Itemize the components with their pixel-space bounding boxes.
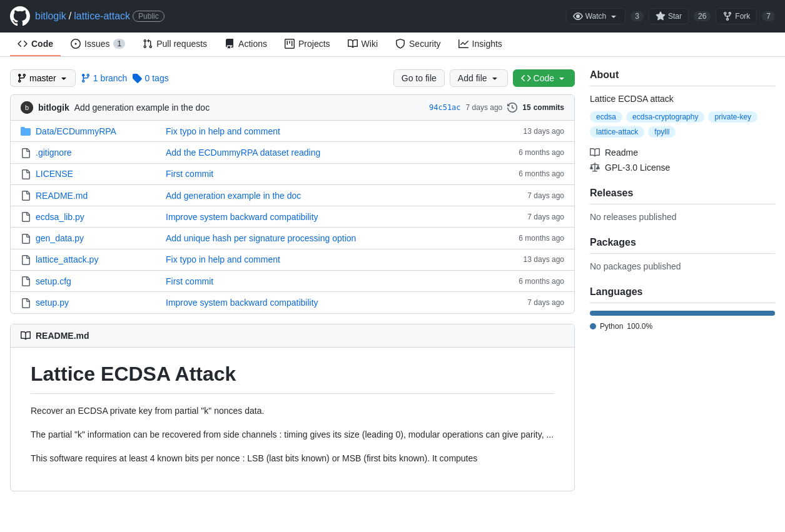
watch-label: Watch [585,12,607,21]
tag-ecdsa-crypto[interactable]: ecdsa-cryptography [626,111,704,123]
languages-title: Languages [590,286,775,303]
file-commit-link[interactable]: First commit [166,276,213,286]
nav-code[interactable]: Code [10,33,61,56]
nav-projects[interactable]: Projects [277,33,338,56]
insights-nav-icon [458,39,468,49]
file-commit-link[interactable]: First commit [166,169,213,179]
commit-message[interactable]: Add generation example in the doc [74,103,210,113]
file-commit: Fix typo in help and comment [166,254,519,264]
chevron-down-icon [609,11,619,21]
readme-p3: This software requires at least 4 known … [31,451,554,465]
table-row: lattice_attack.py Fix typo in help and c… [11,249,574,271]
go-to-file-button[interactable]: Go to file [393,69,445,87]
nav-pr-label: Pull requests [156,39,207,49]
table-row: setup.cfg First commit 6 months ago [11,271,574,292]
python-dot [590,323,596,329]
sidebar: About Lattice ECDSA attack ecdsa ecdsa-c… [590,69,775,491]
file-commit: Fix typo in help and comment [166,126,519,136]
file-name-link[interactable]: README.md [36,191,161,201]
file-commit-link[interactable]: Add generation example in the doc [166,191,301,201]
tag-lattice-attack[interactable]: lattice-attack [590,126,644,138]
star-label: Star [668,12,682,21]
file-commit-link[interactable]: Fix typo in help and comment [166,254,280,264]
nav-projects-label: Projects [298,39,330,49]
add-file-button[interactable]: Add file [450,69,508,87]
commits-label: commits [534,103,564,112]
tag-count-link[interactable]: 0 tags [132,73,168,83]
file-commit-link[interactable]: Improve system backward compatibility [166,298,318,308]
avatar-img: b [21,101,33,114]
nav-insights-label: Insights [472,39,502,49]
no-releases: No releases published [590,212,775,222]
file-commit-link[interactable]: Add the ECDummyRPA dataset reading [166,148,320,158]
file-commit: Improve system backward compatibility [166,212,522,222]
nav-actions-label: Actions [238,39,267,49]
commits-link[interactable]: 15 commits [522,103,564,112]
repo-owner-link[interactable]: bitlogik [35,11,66,22]
readme-p1: Recover an ECDSA private key from partia… [31,404,554,418]
fork-icon [722,11,732,21]
law-icon [590,163,600,173]
tag-label: tags [152,73,168,83]
nav-insights[interactable]: Insights [451,33,510,56]
table-row: LICENSE First commit 6 months ago [11,164,574,185]
nav-code-label: Code [31,39,53,49]
branch-selector[interactable]: master [10,69,76,87]
tag-ecdsa[interactable]: ecdsa [590,111,622,123]
file-name-link[interactable]: .gitignore [36,148,161,158]
license-link[interactable]: GPL-3.0 License [590,163,775,173]
file-commit-link[interactable]: Add unique hash per signature processing… [166,233,356,243]
file-date: 6 months ago [519,148,564,157]
star-button[interactable]: Star [649,8,689,24]
star-icon [656,11,666,21]
no-packages: No packages published [590,261,775,271]
readme-sidebar-link[interactable]: Readme [590,148,775,158]
file-name-link[interactable]: Data/ECDummyRPA [36,126,161,136]
file-commit: First commit [166,276,514,286]
file-name-link[interactable]: ecdsa_lib.py [36,212,161,222]
table-row: setup.py Improve system backward compati… [11,292,574,313]
branch-count-link[interactable]: 1 branch [81,73,128,83]
code-button[interactable]: Code [513,69,575,87]
file-name-link[interactable]: gen_data.py [36,233,161,243]
tag-private-key[interactable]: private-key [708,111,757,123]
top-bar: bitlogik / lattice-attack Public Watch 3… [0,0,785,33]
nav-pull-requests[interactable]: Pull requests [135,33,215,56]
nav-issues[interactable]: Issues 1 [63,33,133,56]
fork-button[interactable]: Fork [716,8,757,24]
readme-section: README.md Lattice ECDSA Attack Recover a… [10,324,575,491]
file-name-link[interactable]: setup.cfg [36,276,161,286]
history-icon [507,103,517,113]
wiki-nav-icon [348,39,358,49]
table-row: Data/ECDummyRPA Fix typo in help and com… [11,121,574,142]
about-description: Lattice ECDSA attack [590,94,775,104]
file-name-link[interactable]: lattice_attack.py [36,254,161,264]
avatar: b [21,101,33,114]
branch-count: 1 [93,73,98,83]
file-commit-link[interactable]: Fix typo in help and comment [166,126,280,136]
commit-row-left: b bitlogik Add generation example in the… [21,101,210,114]
issues-count: 1 [113,39,125,49]
watch-button[interactable]: Watch [566,8,626,24]
repo-name-link[interactable]: lattice-attack [74,11,130,22]
python-name: Python [600,322,623,331]
commit-row: b bitlogik Add generation example in the… [11,95,574,121]
top-bar-right: Watch 3 Star 26 Fork 7 [566,8,775,24]
commit-sha[interactable]: 94c51ac [429,103,461,112]
file-name-link[interactable]: setup.py [36,298,161,308]
code-nav-icon [18,39,28,49]
nav-security[interactable]: Security [388,33,448,56]
nav-actions[interactable]: Actions [217,33,275,56]
commit-row-right: 94c51ac 7 days ago 15 commits [429,103,564,113]
releases-title: Releases [590,188,775,204]
branch-label: branch [101,73,128,83]
file-commit-link[interactable]: Improve system backward compatibility [166,212,318,222]
sidebar-packages: Packages No packages published [590,237,775,271]
nav-wiki[interactable]: Wiki [340,33,385,56]
file-icon [21,190,31,201]
file-name-link[interactable]: LICENSE [36,169,161,179]
file-date: 7 days ago [527,191,564,200]
add-file-label: Add file [458,73,487,83]
python-bar [590,311,775,316]
tag-fpylll[interactable]: fpylll [648,126,676,138]
